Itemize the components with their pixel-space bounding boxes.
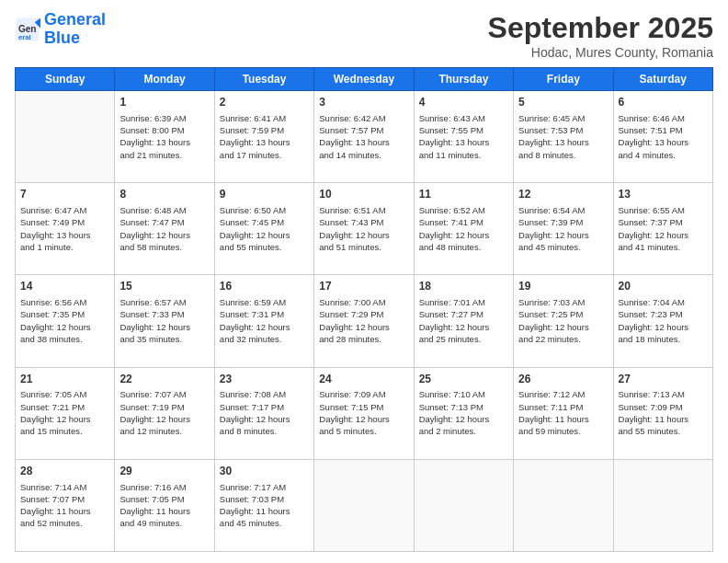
weekday-header-wednesday: Wednesday: [314, 68, 414, 91]
calendar-cell: 22Sunrise: 7:07 AM Sunset: 7:19 PM Dayli…: [115, 367, 214, 459]
cell-info: Sunrise: 6:46 AM Sunset: 7:51 PM Dayligh…: [619, 112, 708, 161]
calendar-cell: 8Sunrise: 6:48 AM Sunset: 7:47 PM Daylig…: [115, 183, 214, 275]
day-number: 23: [220, 372, 309, 387]
day-number: 3: [319, 95, 408, 110]
weekday-header-row: SundayMondayTuesdayWednesdayThursdayFrid…: [16, 68, 713, 91]
day-number: 15: [119, 279, 209, 294]
day-number: 16: [220, 279, 309, 294]
logo-text: General Blue: [44, 11, 106, 48]
cell-info: Sunrise: 6:48 AM Sunset: 7:47 PM Dayligh…: [119, 204, 209, 253]
calendar-cell: [16, 91, 115, 183]
calendar-cell: 11Sunrise: 6:52 AM Sunset: 7:41 PM Dayli…: [414, 183, 513, 275]
calendar-cell: 5Sunrise: 6:45 AM Sunset: 7:53 PM Daylig…: [514, 91, 613, 183]
cell-info: Sunrise: 6:51 AM Sunset: 7:43 PM Dayligh…: [319, 204, 408, 253]
week-row-1: 7Sunrise: 6:47 AM Sunset: 7:49 PM Daylig…: [16, 183, 713, 275]
calendar-cell: 3Sunrise: 6:42 AM Sunset: 7:57 PM Daylig…: [314, 91, 414, 183]
calendar-cell: [414, 459, 513, 551]
day-number: 29: [119, 464, 209, 479]
cell-info: Sunrise: 6:56 AM Sunset: 7:35 PM Dayligh…: [20, 296, 109, 345]
calendar-cell: 12Sunrise: 6:54 AM Sunset: 7:39 PM Dayli…: [514, 183, 613, 275]
cell-info: Sunrise: 6:45 AM Sunset: 7:53 PM Dayligh…: [518, 112, 608, 161]
day-number: 9: [220, 187, 309, 202]
week-row-2: 14Sunrise: 6:56 AM Sunset: 7:35 PM Dayli…: [16, 275, 713, 367]
cell-info: Sunrise: 7:14 AM Sunset: 7:07 PM Dayligh…: [20, 481, 109, 530]
day-number: 7: [20, 187, 109, 202]
day-number: 5: [518, 95, 608, 110]
cell-info: Sunrise: 7:05 AM Sunset: 7:21 PM Dayligh…: [20, 388, 109, 437]
weekday-header-thursday: Thursday: [414, 68, 513, 91]
cell-info: Sunrise: 6:59 AM Sunset: 7:31 PM Dayligh…: [220, 296, 309, 345]
calendar-cell: 27Sunrise: 7:13 AM Sunset: 7:09 PM Dayli…: [613, 367, 712, 459]
cell-info: Sunrise: 6:52 AM Sunset: 7:41 PM Dayligh…: [419, 204, 508, 253]
calendar-cell: 23Sunrise: 7:08 AM Sunset: 7:17 PM Dayli…: [214, 367, 313, 459]
cell-info: Sunrise: 7:03 AM Sunset: 7:25 PM Dayligh…: [518, 296, 608, 345]
day-number: 18: [419, 279, 508, 294]
cell-info: Sunrise: 7:16 AM Sunset: 7:05 PM Dayligh…: [119, 481, 209, 530]
calendar-cell: 2Sunrise: 6:41 AM Sunset: 7:59 PM Daylig…: [214, 91, 313, 183]
week-row-4: 28Sunrise: 7:14 AM Sunset: 7:07 PM Dayli…: [16, 459, 713, 551]
week-row-0: 1Sunrise: 6:39 AM Sunset: 8:00 PM Daylig…: [16, 91, 713, 183]
page: Gen eral General Blue September 2025 Hod…: [0, 0, 728, 563]
cell-info: Sunrise: 6:55 AM Sunset: 7:37 PM Dayligh…: [619, 204, 708, 253]
day-number: 13: [619, 187, 708, 202]
day-number: 8: [119, 187, 209, 202]
cell-info: Sunrise: 7:12 AM Sunset: 7:11 PM Dayligh…: [518, 388, 608, 437]
calendar-cell: 7Sunrise: 6:47 AM Sunset: 7:49 PM Daylig…: [16, 183, 115, 275]
day-number: 22: [119, 372, 209, 387]
calendar-cell: 18Sunrise: 7:01 AM Sunset: 7:27 PM Dayli…: [414, 275, 513, 367]
calendar-cell: 1Sunrise: 6:39 AM Sunset: 8:00 PM Daylig…: [115, 91, 214, 183]
day-number: 14: [20, 279, 109, 294]
calendar-cell: 16Sunrise: 6:59 AM Sunset: 7:31 PM Dayli…: [214, 275, 313, 367]
cell-info: Sunrise: 7:04 AM Sunset: 7:23 PM Dayligh…: [619, 296, 708, 345]
cell-info: Sunrise: 6:42 AM Sunset: 7:57 PM Dayligh…: [319, 112, 408, 161]
weekday-header-sunday: Sunday: [16, 68, 115, 91]
day-number: 1: [119, 95, 209, 110]
cell-info: Sunrise: 6:41 AM Sunset: 7:59 PM Dayligh…: [220, 112, 309, 161]
day-number: 27: [619, 372, 708, 387]
calendar-cell: 30Sunrise: 7:17 AM Sunset: 7:03 PM Dayli…: [214, 459, 313, 551]
weekday-header-tuesday: Tuesday: [214, 68, 313, 91]
logo-icon: Gen eral: [15, 17, 40, 42]
cell-info: Sunrise: 6:43 AM Sunset: 7:55 PM Dayligh…: [419, 112, 508, 161]
cell-info: Sunrise: 6:50 AM Sunset: 7:45 PM Dayligh…: [220, 204, 309, 253]
header: Gen eral General Blue September 2025 Hod…: [15, 11, 713, 60]
calendar-cell: 29Sunrise: 7:16 AM Sunset: 7:05 PM Dayli…: [115, 459, 214, 551]
logo: Gen eral General Blue: [15, 11, 106, 48]
title-block: September 2025 Hodac, Mures County, Roma…: [488, 11, 713, 60]
calendar-cell: 9Sunrise: 6:50 AM Sunset: 7:45 PM Daylig…: [214, 183, 313, 275]
calendar-cell: 21Sunrise: 7:05 AM Sunset: 7:21 PM Dayli…: [16, 367, 115, 459]
day-number: 19: [518, 279, 608, 294]
day-number: 17: [319, 279, 408, 294]
svg-text:eral: eral: [18, 33, 31, 41]
cell-info: Sunrise: 6:39 AM Sunset: 8:00 PM Dayligh…: [119, 112, 209, 161]
cell-info: Sunrise: 6:57 AM Sunset: 7:33 PM Dayligh…: [119, 296, 209, 345]
day-number: 6: [619, 95, 708, 110]
calendar-cell: 26Sunrise: 7:12 AM Sunset: 7:11 PM Dayli…: [514, 367, 613, 459]
calendar-cell: [314, 459, 414, 551]
day-number: 2: [220, 95, 309, 110]
day-number: 24: [319, 372, 408, 387]
cell-info: Sunrise: 6:54 AM Sunset: 7:39 PM Dayligh…: [518, 204, 608, 253]
cell-info: Sunrise: 7:01 AM Sunset: 7:27 PM Dayligh…: [419, 296, 508, 345]
calendar-cell: 13Sunrise: 6:55 AM Sunset: 7:37 PM Dayli…: [613, 183, 712, 275]
day-number: 21: [20, 372, 109, 387]
calendar-cell: 28Sunrise: 7:14 AM Sunset: 7:07 PM Dayli…: [16, 459, 115, 551]
calendar-cell: 10Sunrise: 6:51 AM Sunset: 7:43 PM Dayli…: [314, 183, 414, 275]
calendar-cell: 4Sunrise: 6:43 AM Sunset: 7:55 PM Daylig…: [414, 91, 513, 183]
calendar-cell: 15Sunrise: 6:57 AM Sunset: 7:33 PM Dayli…: [115, 275, 214, 367]
cell-info: Sunrise: 7:00 AM Sunset: 7:29 PM Dayligh…: [319, 296, 408, 345]
weekday-header-friday: Friday: [514, 68, 613, 91]
calendar-cell: 19Sunrise: 7:03 AM Sunset: 7:25 PM Dayli…: [514, 275, 613, 367]
cell-info: Sunrise: 7:10 AM Sunset: 7:13 PM Dayligh…: [419, 388, 508, 437]
day-number: 26: [518, 372, 608, 387]
calendar-cell: [514, 459, 613, 551]
calendar-cell: 14Sunrise: 6:56 AM Sunset: 7:35 PM Dayli…: [16, 275, 115, 367]
logo-line2: Blue: [44, 29, 80, 47]
day-number: 30: [220, 464, 309, 479]
cell-info: Sunrise: 7:09 AM Sunset: 7:15 PM Dayligh…: [319, 388, 408, 437]
calendar-table: SundayMondayTuesdayWednesdayThursdayFrid…: [15, 67, 713, 552]
day-number: 20: [619, 279, 708, 294]
day-number: 28: [20, 464, 109, 479]
weekday-header-saturday: Saturday: [613, 68, 712, 91]
calendar-cell: 25Sunrise: 7:10 AM Sunset: 7:13 PM Dayli…: [414, 367, 513, 459]
